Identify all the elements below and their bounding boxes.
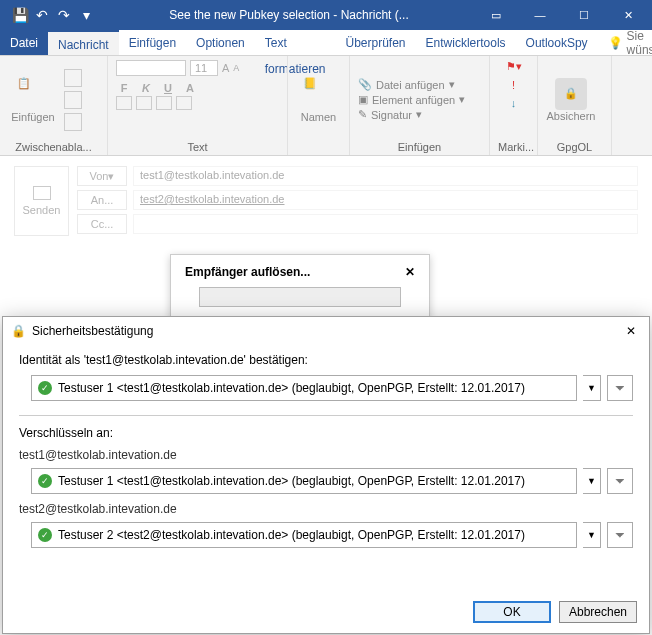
recipient-key-text-1: Testuser 2 <test2@testkolab.intevation.d… [58,528,570,542]
recipient-key-select-0[interactable]: ✓ Testuser 1 <test1@testkolab.intevation… [31,468,577,494]
cc-field[interactable] [133,214,638,234]
tab-options[interactable]: Optionen [186,30,255,55]
identity-key-select[interactable]: ✓ Testuser 1 <test1@testkolab.intevation… [31,375,577,401]
undo-icon[interactable]: ↶ [34,7,50,23]
names-button[interactable]: 📒 Namen [296,77,341,123]
identity-label: Identität als 'test1@testkolab.intevatio… [19,353,633,367]
recipient-filter-button-0[interactable]: ⏷ [607,468,633,494]
send-button[interactable]: Senden [14,166,69,236]
ribbon-display-icon[interactable]: ▭ [476,3,516,27]
tab-insert[interactable]: Einfügen [119,30,186,55]
to-button[interactable]: An... [77,190,127,210]
cc-button[interactable]: Cc... [77,214,127,234]
ok-button[interactable]: OK [473,601,551,623]
shrink-font-icon[interactable]: A [233,63,239,73]
security-confirmation-dialog: 🔒 Sicherheitsbestätigung ✕ Identität als… [2,316,650,634]
font-color-button[interactable]: A [182,82,198,94]
group-names-label [296,139,341,153]
group-tags: ⚑▾ ! ↓ Marki... [490,56,538,155]
cancel-button[interactable]: Abbrechen [559,601,637,623]
increase-indent-button[interactable] [176,96,192,110]
chevron-down-icon: ▾ [459,93,465,106]
bullets-button[interactable] [116,96,132,110]
font-size-select[interactable]: 11 [190,60,218,76]
identity-key-dropdown[interactable]: ▼ [583,375,601,401]
paste-icon: 📋 [17,77,49,109]
identity-key-text: Testuser 1 <test1@testkolab.intevation.d… [58,381,570,395]
window-titlebar: 💾 ↶ ↷ ▾ See the new Pubkey selection - N… [0,0,652,30]
funnel-icon: ⏷ [614,381,626,395]
recipient-email-1: test2@testkolab.intevation.de [19,502,633,516]
recipient-key-select-1[interactable]: ✓ Testuser 2 <test2@testkolab.intevation… [31,522,577,548]
recipient-key-dropdown-0[interactable]: ▼ [583,468,601,494]
minimize-icon[interactable]: — [520,3,560,27]
high-importance-icon[interactable]: ! [512,79,515,91]
font-family-select[interactable] [116,60,186,76]
group-include: 📎Datei anfügen ▾ ▣Element anfügen ▾ ✎Sig… [350,56,490,155]
recipient-filter-button-1[interactable]: ⏷ [607,522,633,548]
group-gpgol-label: GpgOL [546,139,603,153]
window-title: See the new Pubkey selection - Nachricht… [102,8,476,22]
tab-review[interactable]: Überprüfen [335,30,415,55]
tab-outlookspy[interactable]: OutlookSpy [516,30,598,55]
resolve-recipients-popup: Empfänger auflösen... ✕ [170,254,430,320]
paste-label: Einfügen [11,111,54,123]
cut-button[interactable] [64,69,82,87]
tab-devtools[interactable]: Entwicklertools [416,30,516,55]
tab-message[interactable]: Nachricht [48,30,119,55]
dialog-close-icon[interactable]: ✕ [621,324,641,338]
format-painter-button[interactable] [64,113,82,131]
dialog-title: Sicherheitsbestätigung [32,324,621,338]
clipboard-small [64,69,82,131]
italic-button[interactable]: K [138,82,154,94]
copy-button[interactable] [64,91,82,109]
qat-more-icon[interactable]: ▾ [78,7,94,23]
secure-button[interactable]: 🔒 Absichern [546,78,596,122]
underline-button[interactable]: U [160,82,176,94]
maximize-icon[interactable]: ☐ [564,3,604,27]
send-label: Senden [23,204,61,216]
attach-item-button[interactable]: ▣Element anfügen ▾ [358,93,465,106]
dialog-titlebar: 🔒 Sicherheitsbestätigung ✕ [3,317,649,345]
window-controls: ▭ — ☐ ✕ [476,3,648,27]
tell-me[interactable]: 💡Sie wünsch [598,30,652,55]
bold-button[interactable]: F [116,82,132,94]
attach-file-button[interactable]: 📎Datei anfügen ▾ [358,78,465,91]
group-clipboard-label: Zwischenabla... [8,139,99,153]
to-field[interactable]: test2@testkolab.intevation.de [133,190,638,210]
close-icon[interactable]: ✕ [608,3,648,27]
encrypt-label: Verschlüsseln an: [19,426,633,440]
attach-item-label: Element anfügen [372,94,455,106]
decrease-indent-button[interactable] [156,96,172,110]
followup-flag-icon[interactable]: ⚑▾ [506,60,522,73]
dialog-buttons: OK Abbrechen [473,601,637,623]
group-text-label: Text [116,139,279,153]
from-button[interactable]: Von ▾ [77,166,127,186]
save-icon[interactable]: 💾 [12,7,28,23]
signature-label: Signatur [371,109,412,121]
tab-format-text[interactable]: Text formatieren [255,30,336,55]
chevron-down-icon: ▾ [449,78,455,91]
funnel-icon: ⏷ [614,528,626,542]
numbering-button[interactable] [136,96,152,110]
recipient-key-dropdown-1[interactable]: ▼ [583,522,601,548]
tab-file[interactable]: Datei [0,30,48,55]
tell-me-label: Sie wünsch [627,29,652,57]
resolve-close-icon[interactable]: ✕ [405,265,415,279]
paperclip-icon: 📎 [358,78,372,91]
resolve-title: Empfänger auflösen... [185,265,310,279]
dialog-content: Identität als 'test1@testkolab.intevatio… [3,345,649,593]
identity-filter-button[interactable]: ⏷ [607,375,633,401]
signature-icon: ✎ [358,108,367,121]
secure-label: Absichern [547,110,596,122]
redo-icon[interactable]: ↷ [56,7,72,23]
grow-font-icon[interactable]: A [222,62,229,74]
signature-button[interactable]: ✎Signatur ▾ [358,108,465,121]
lightbulb-icon: 💡 [608,36,623,50]
addressbook-icon: 📒 [303,77,335,109]
lock-shopping-icon: 🔒 [555,78,587,110]
low-importance-icon[interactable]: ↓ [511,97,517,109]
paste-button[interactable]: 📋 Einfügen [8,77,58,123]
item-icon: ▣ [358,93,368,106]
mail-header: Senden Von ▾ test1@testkolab.intevation.… [0,156,652,236]
